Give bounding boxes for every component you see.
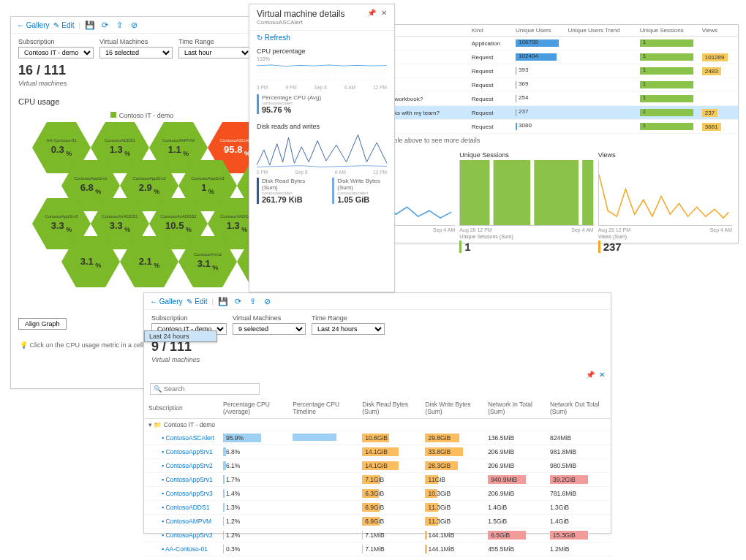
table-row[interactable]: ContosoASCAlert 95.9% 10.6GiB 29.8GiB 13… — [144, 431, 611, 445]
group-row[interactable]: 📁 Contoso IT - demo — [144, 419, 611, 431]
col-header[interactable]: Kind — [467, 25, 511, 37]
vm-label: Virtual Machines — [99, 38, 173, 45]
table-row[interactable]: AA-Contoso-01 0.3% 7.1MiB 144.1MiB 455.5… — [144, 542, 611, 556]
search-input[interactable] — [150, 383, 260, 395]
gallery-link-p4[interactable]: ← Gallery — [150, 298, 182, 306]
cpu-section: CPU percentage — [257, 48, 387, 55]
table-row[interactable]: ContosoAppSrv2 6.1% 14.1GiB 28.3GiB 206.… — [144, 459, 611, 473]
vm-table: SubscriptionPercentage CPU (Average)Perc… — [144, 398, 611, 556]
vm-tip: Click on the Percentage CPU cells to see… — [144, 556, 611, 560]
legend: Contoso IT - demo — [11, 109, 273, 122]
col-header[interactable]: Network In Total (Sum) — [483, 398, 546, 419]
disk-read-value: 261.79 KiB — [262, 195, 312, 204]
cpu-sparkline — [257, 61, 387, 83]
svg-rect-3 — [460, 160, 490, 225]
cpu-section-header: CPU usage — [11, 93, 273, 109]
save-icon-p4[interactable]: 💾 — [218, 296, 228, 306]
col-header[interactable]: Percentage CPU Timeline — [288, 398, 358, 419]
vm-link[interactable]: ContosoAMPVM — [162, 518, 211, 525]
vm-link[interactable]: ContosoASCAlert — [162, 434, 214, 442]
vm-details-panel: Virtual machine details ContosoASCAlert … — [249, 4, 395, 292]
help-icon[interactable]: ⊘ — [129, 20, 139, 30]
subscription-label: Subscription — [18, 38, 94, 45]
disk-section: Disk reads and writes — [257, 123, 387, 130]
vm-perf-panel: ← Gallery ✎ Edit | 💾 ⟳ ⇪ ⊘ SubscriptionC… — [143, 292, 611, 534]
table-row[interactable]: ContosoAppSrv1 6.8% 14.1GiB 33.8GiB 206.… — [144, 445, 611, 459]
table-row[interactable]: ContosoAppSrv1 1.7% 7.1GiB 11GiB 940.9Mi… — [144, 473, 611, 487]
mini-chart: Views Aug 28 12 PMSep 4 AM Views (Sum) 2… — [598, 151, 732, 253]
hex-grid: AA-Contoso-010.3 %ContosoADDS11.3 %Conto… — [18, 122, 266, 312]
panel-subtitle: ContosoASCAlert — [257, 19, 345, 26]
close-icon-p4[interactable]: ✕ — [599, 371, 605, 379]
vm-link[interactable]: ContosoAppSrv3 — [162, 490, 213, 497]
mini-chart: Unique Sessions Aug 28 12 PMSep 4 AM Uni… — [459, 151, 593, 253]
vm-link[interactable]: ContosoADDS1 — [162, 504, 209, 511]
col-header[interactable]: Subscription — [144, 398, 219, 419]
vm-count-label: Virtual machines — [11, 78, 273, 93]
subscription-select[interactable]: Contoso IT - demo — [18, 47, 94, 58]
time-label: Time Range — [178, 38, 252, 45]
toolbar: ← Gallery ✎ Edit | 💾 ⟳ ⇪ ⊘ — [11, 17, 273, 34]
table-row[interactable]: ContosoAppSrv3 1.4% 6.3GiB 10.3GiB 206.9… — [144, 487, 611, 501]
share-icon-p4[interactable]: ⇪ — [247, 296, 257, 306]
col-header[interactable]: Unique Users Trend — [563, 25, 635, 37]
col-header[interactable]: Disk Read Bytes (Sum) — [358, 398, 421, 419]
table-row[interactable]: ContosoADDS1 1.3% 6.9GiB 11.3GiB 1.4GiB … — [144, 501, 611, 515]
vm-link[interactable]: ContosoAppSrv1 — [162, 476, 213, 483]
share-icon[interactable]: ⇪ — [114, 20, 124, 30]
vm-count: 16 / 111 — [11, 63, 273, 78]
disk-sparkline — [257, 132, 387, 168]
align-graph-button[interactable]: Align Graph — [18, 318, 67, 330]
disk-write-value: 1.05 GiB — [337, 195, 387, 204]
table-row[interactable]: ContosoAMPVM 1.2% 6.9GiB 11.3GiB 1.5GiB … — [144, 515, 611, 529]
col-header[interactable]: Unique Sessions — [636, 25, 698, 37]
vm-count-label-p4: Virtual machines — [144, 355, 611, 369]
svg-rect-5 — [535, 160, 579, 225]
dropdown-option[interactable]: Last 24 hours — [145, 331, 216, 341]
cpu-metric-value: 95.76 % — [262, 105, 387, 114]
edit-link[interactable]: ✎ Edit — [53, 21, 74, 29]
cpu-metric-label: Percentage CPU (Avg) — [262, 94, 387, 101]
time-dropdown-open[interactable]: Last 24 hours — [144, 330, 217, 342]
gallery-link[interactable]: ← Gallery — [17, 21, 49, 29]
refresh-icon-p4[interactable]: ⟳ — [233, 296, 243, 306]
pin-icon[interactable]: 📌 — [367, 9, 376, 17]
col-header[interactable]: Views — [698, 25, 738, 37]
close-icon[interactable]: ✕ — [381, 9, 387, 17]
col-header[interactable]: Network Out Total (Sum) — [546, 398, 611, 419]
vm-select-p4[interactable]: 9 selected — [233, 323, 306, 335]
svg-rect-4 — [494, 160, 531, 225]
refresh-link[interactable]: Refresh — [249, 31, 394, 45]
vm-select[interactable]: 16 selected — [99, 47, 173, 58]
vm-link[interactable]: ContosoAppSrv1 — [162, 448, 213, 455]
col-header[interactable]: Unique Users — [511, 25, 563, 37]
col-header[interactable]: Percentage CPU (Average) — [219, 398, 288, 419]
svg-rect-6 — [582, 160, 593, 225]
vm-link[interactable]: ContosoAppSrv2 — [162, 531, 213, 539]
save-icon[interactable]: 💾 — [85, 20, 95, 30]
time-select-p4[interactable]: Last 24 hours — [312, 323, 385, 335]
help-icon-p4[interactable]: ⊘ — [262, 296, 272, 306]
table-row[interactable]: ContosoAppSrv2 1.2% 7.1MiB 144.1MiB 6.5G… — [144, 529, 611, 542]
pin-icon-p4[interactable]: 📌 — [586, 371, 595, 379]
edit-link-p4[interactable]: ✎ Edit — [186, 298, 207, 306]
refresh-icon[interactable]: ⟳ — [99, 20, 110, 30]
toolbar-p4: ← Gallery ✎ Edit | 💾 ⟳ ⇪ ⊘ — [144, 293, 611, 310]
panel-title: Virtual machine details — [257, 9, 345, 19]
time-select[interactable]: Last hour — [178, 47, 252, 58]
col-header[interactable]: Disk Write Bytes (Sum) — [421, 398, 483, 419]
vm-link[interactable]: AA-Contoso-01 — [162, 545, 208, 553]
vm-link[interactable]: ContosoAppSrv2 — [162, 462, 213, 469]
filters: SubscriptionContoso IT - demo Virtual Ma… — [11, 34, 273, 63]
